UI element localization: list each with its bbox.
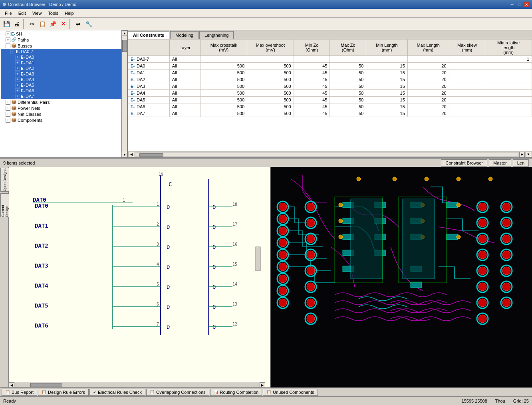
tree-item-da1[interactable]: + E- DA1: [1, 60, 126, 66]
table-row[interactable]: E- DA3 All 500 500 45 50 15 20: [128, 83, 532, 90]
table-row[interactable]: E- DA0-7 All 1: [128, 56, 532, 63]
cut-button[interactable]: ✂: [27, 19, 37, 29]
tree-item-da4[interactable]: + E- DA4: [1, 77, 126, 82]
menu-tools[interactable]: Tools: [45, 10, 62, 16]
tree-item-da0[interactable]: + E- DA0: [1, 54, 126, 60]
connect-button[interactable]: ⇌: [73, 19, 83, 29]
table-row[interactable]: E- DA5 All 500 500 45 50 15 20: [128, 97, 532, 103]
expand-da2[interactable]: +: [15, 66, 20, 71]
sch-scroll-left[interactable]: ◀: [9, 382, 14, 387]
menu-edit[interactable]: Edit: [15, 10, 29, 16]
pcb-view[interactable]: [271, 167, 532, 387]
table-row[interactable]: E- DA7 All 500 500 45 50 15 20: [128, 110, 532, 117]
expand-da0[interactable]: +: [15, 55, 20, 60]
constraint-browser-button[interactable]: Constraint Browser: [441, 159, 487, 167]
h-scroll-thumb[interactable]: [139, 153, 163, 157]
expand-paths[interactable]: +: [6, 38, 10, 42]
copy-button[interactable]: 📋: [38, 19, 47, 29]
tree-item-power-nets[interactable]: + 📦 Power Nets: [1, 105, 126, 111]
tree-item-net-classes[interactable]: + 📦 Net Classes: [1, 111, 126, 117]
master-button[interactable]: Master: [489, 159, 511, 167]
expand-da4[interactable]: +: [15, 77, 20, 82]
print-button[interactable]: 🖨: [12, 19, 22, 29]
maximize-button[interactable]: □: [516, 2, 522, 7]
tab-electrical-rules-check[interactable]: ✓ Electrical Rules Check: [89, 389, 145, 396]
tree-item-da3[interactable]: + E- DA3: [1, 71, 126, 77]
tab-routing-completion[interactable]: 📊 Routing Completion: [210, 389, 262, 396]
table-row[interactable]: E- DA6 All 500 500 45 50 15 20: [128, 103, 532, 110]
constraints-table-container: Layer Max crosstalk(mV) Max overshoot(mV…: [128, 39, 532, 151]
tool-button[interactable]: 🔧: [84, 19, 93, 29]
menubar: File Edit View Tools Help: [0, 9, 532, 18]
scroll-up[interactable]: ▲: [122, 30, 127, 36]
scroll-expand[interactable]: ▼: [526, 152, 531, 157]
expand-da3[interactable]: +: [15, 71, 20, 76]
tree-item-da0-7[interactable]: - E- DA0-7: [1, 49, 126, 54]
paste-button[interactable]: 📌: [48, 19, 58, 29]
cell-min-len: 15: [366, 76, 408, 83]
scroll-left[interactable]: ◀: [129, 152, 134, 157]
cell-min-len: [366, 56, 408, 63]
tab-unused-components[interactable]: 📋 Unused Components: [263, 389, 318, 396]
scroll-track[interactable]: [122, 36, 127, 152]
sch-scroll-right[interactable]: ▶: [260, 382, 265, 387]
expand-diff-pairs[interactable]: +: [6, 100, 10, 105]
tree-item-paths[interactable]: + 🔗 Paths: [1, 37, 126, 43]
tree-item-da7[interactable]: + E- DA7: [1, 93, 126, 99]
menu-file[interactable]: File: [2, 10, 15, 16]
cell-min-len: 15: [366, 83, 408, 90]
table-row[interactable]: E- DA0 All 500 500 45 50 15 20: [128, 63, 532, 69]
cell-max-zo: 50: [330, 90, 366, 97]
expand-da1[interactable]: +: [15, 60, 20, 65]
expand-net-classes[interactable]: +: [6, 112, 10, 117]
expand-da7[interactable]: +: [15, 94, 20, 99]
tree-item-diff-pairs[interactable]: + 📦 Differential Pairs: [1, 99, 126, 105]
cell-min-zo: 45: [294, 76, 330, 83]
delete-button[interactable]: ✕: [58, 19, 68, 29]
svg-point-68: [279, 275, 287, 283]
expand-da5[interactable]: +: [15, 83, 20, 87]
sch-scroll-track[interactable]: [14, 382, 260, 387]
da5-icon: E-: [21, 83, 25, 87]
scroll-right[interactable]: ▶: [519, 152, 525, 157]
expand-da0-7[interactable]: -: [10, 49, 15, 54]
tree-item-components[interactable]: + 📦 Components: [1, 117, 126, 123]
table-row[interactable]: E- DA4 All 500 500 45 50 15 20: [128, 90, 532, 97]
tab-lengthening[interactable]: Lengthening: [199, 31, 234, 39]
tab-all-constraints[interactable]: All Constraints: [128, 31, 169, 39]
tab-design-rule-errors[interactable]: 📋 Design Rule Errors: [38, 389, 89, 396]
col-layer: Layer: [169, 40, 200, 56]
minimize-button[interactable]: ─: [509, 2, 515, 7]
tree-item-da2[interactable]: + E- DA2: [1, 66, 126, 71]
tree-item-da6[interactable]: + E- DA6: [1, 88, 126, 93]
tree-item-busses[interactable]: - 📦 Busses: [1, 43, 126, 49]
expand-power-nets[interactable]: +: [6, 106, 10, 111]
open-designs-button[interactable]: Open Designs: [0, 168, 9, 192]
cell-max-zo: 50: [330, 103, 366, 110]
scroll-down[interactable]: ▼: [122, 152, 127, 157]
close-button[interactable]: ✕: [523, 2, 530, 7]
tree-item-da5[interactable]: + E- DA5: [1, 82, 126, 88]
schematic-view[interactable]: DAT0 1 19 C DAT0 1 D: [9, 167, 271, 387]
menu-help[interactable]: Help: [62, 10, 77, 16]
tab-overlapping-connections[interactable]: 📋 Overlapping Connections: [146, 389, 209, 396]
h-scrollbar[interactable]: ◀ ▶ ▼: [128, 151, 532, 157]
save-button[interactable]: 💾: [2, 19, 11, 29]
expand-components[interactable]: +: [6, 118, 10, 123]
expand-da6[interactable]: +: [15, 88, 20, 93]
scroll-thumb[interactable]: [122, 40, 127, 52]
tree-item-sh[interactable]: + E- SH: [1, 31, 126, 37]
table-row[interactable]: E- DA2 All 500 500 45 50 15 20: [128, 76, 532, 83]
expand-sh[interactable]: +: [6, 32, 10, 36]
dre-icon: 📋: [42, 390, 46, 394]
sch-h-scroll[interactable]: ◀ ▶: [9, 382, 265, 387]
expand-busses[interactable]: -: [6, 44, 10, 48]
current-design-button[interactable]: Current Design: [0, 193, 9, 217]
tab-modeling[interactable]: Modeling: [170, 31, 199, 39]
sch-scroll-thumb[interactable]: [30, 383, 62, 387]
h-scroll-track[interactable]: [135, 153, 518, 157]
tab-bus-report[interactable]: 📋 Bus Report: [2, 389, 37, 396]
menu-view[interactable]: View: [29, 10, 45, 16]
len-button[interactable]: Len: [513, 159, 529, 167]
table-row[interactable]: E- DA1 All 500 500 45 50 15 20: [128, 69, 532, 76]
